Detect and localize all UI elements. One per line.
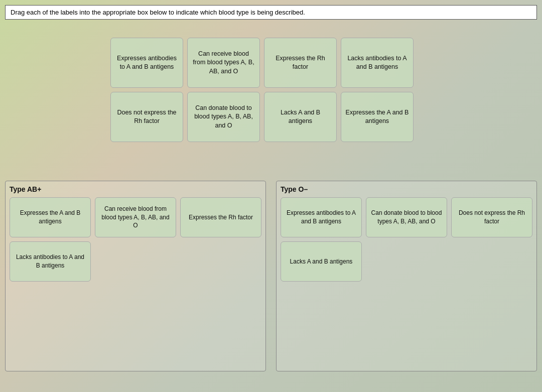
ab-card-3[interactable]: Expresses the Rh factor: [180, 197, 261, 237]
o-card-4[interactable]: Lacks A and B antigens: [281, 241, 362, 282]
source-card-2[interactable]: Can receive blood from blood types A, B,…: [187, 38, 260, 88]
o-card-1[interactable]: Expresses antibodies to A and B antigens: [281, 197, 362, 237]
ab-card-2[interactable]: Can receive blood from blood types A, B,…: [95, 197, 176, 237]
ab-card-5[interactable]: [95, 241, 176, 282]
o-minus-cards: Expresses antibodies to A and B antigens…: [281, 197, 532, 282]
type-ab-plus-zone[interactable]: Type AB+ Expresses the A and B antigens …: [5, 181, 266, 371]
source-card-4[interactable]: Lacks antibodies to A and B antigens: [341, 38, 414, 88]
type-o-minus-zone[interactable]: Type O– Expresses antibodies to A and B …: [276, 181, 537, 371]
instruction-bar: Drag each of the labels into the appropr…: [5, 5, 537, 20]
o-card-2[interactable]: Can donate blood to blood types A, B, AB…: [366, 197, 447, 237]
ab-plus-cards: Expresses the A and B antigens Can recei…: [10, 197, 261, 282]
type-ab-plus-label: Type AB+: [10, 185, 261, 193]
ab-card-6[interactable]: [180, 241, 261, 282]
source-card-8[interactable]: Expresses the A and B antigens: [341, 92, 414, 142]
source-card-3[interactable]: Expresses the Rh factor: [264, 38, 337, 88]
source-card-5[interactable]: Does not express the Rh factor: [110, 92, 183, 142]
source-labels-grid: Expresses antibodies to A and B antigens…: [110, 38, 414, 142]
source-card-6[interactable]: Can donate blood to blood types A, B, AB…: [187, 92, 260, 142]
o-card-6[interactable]: [451, 241, 532, 282]
source-card-1[interactable]: Expresses antibodies to A and B antigens: [110, 38, 183, 88]
ab-card-4[interactable]: Lacks antibodies to A and B antigens: [10, 241, 91, 282]
drop-zones: Type AB+ Expresses the A and B antigens …: [5, 181, 537, 371]
type-o-minus-label: Type O–: [281, 185, 532, 193]
source-card-7[interactable]: Lacks A and B antigens: [264, 92, 337, 142]
o-card-3[interactable]: Does not express the Rh factor: [451, 197, 532, 237]
ab-card-1[interactable]: Expresses the A and B antigens: [10, 197, 91, 237]
o-card-5[interactable]: [366, 241, 447, 282]
